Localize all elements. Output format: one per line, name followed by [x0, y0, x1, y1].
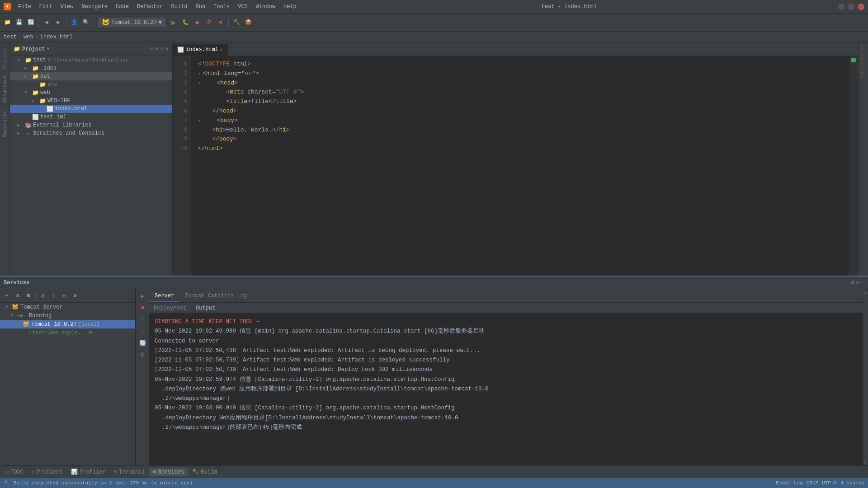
svc-side-run[interactable]: ▶	[138, 291, 148, 301]
project-tab[interactable]: Project	[1, 44, 9, 72]
favorites-tab-side[interactable]: Favorites	[1, 107, 9, 141]
tree-item-extlib[interactable]: ▶ 📚 External Libraries	[10, 121, 172, 129]
stop-button[interactable]: ■	[215, 17, 226, 28]
maximize-button[interactable]: □	[848, 4, 854, 10]
menu-view[interactable]: View	[57, 3, 77, 11]
svc-filter-btn[interactable]: ⊿	[38, 291, 47, 301]
svc-side-deploy[interactable]: ↑	[138, 314, 148, 324]
profile-run-button[interactable]: ⏱	[203, 17, 214, 28]
back-button[interactable]: ◀	[41, 17, 52, 28]
svc-run-btn[interactable]: ▶	[59, 291, 69, 301]
menu-navigate[interactable]: Navigate	[78, 3, 111, 11]
svc-expand-btn[interactable]: ⊞	[24, 291, 33, 301]
build-button[interactable]: 🔨	[231, 17, 242, 28]
sync-button[interactable]: 🔄	[25, 17, 36, 28]
locate-icon[interactable]: ⊕	[150, 46, 153, 52]
menu-tools[interactable]: Tools	[210, 3, 233, 11]
menu-vcs[interactable]: VCS	[234, 3, 251, 11]
tree-item-web[interactable]: ▼ 📁 web	[10, 89, 172, 97]
scroll-up-btn[interactable]: ▲	[863, 289, 868, 296]
settings-icon[interactable]: ⚙	[160, 46, 164, 52]
bottom-tab-todo[interactable]: ☑ TODO	[2, 468, 27, 476]
run-button[interactable]: ▶	[168, 17, 179, 28]
save-button[interactable]: 💾	[14, 17, 24, 28]
bottom-tab-terminal[interactable]: ⌨ Terminal	[110, 468, 149, 476]
close-panel-icon[interactable]: ✕	[165, 46, 169, 52]
svc-item-running[interactable]: ▼ ● ▶ Running	[0, 311, 135, 320]
tree-item-src[interactable]: 📁 src	[10, 80, 172, 89]
svc-side-delete[interactable]: 🗑	[138, 350, 148, 360]
breadcrumb-index[interactable]: index.html	[40, 34, 73, 40]
breadcrumb-test[interactable]: test	[4, 34, 17, 40]
svc-plus-btn[interactable]: ⊕	[70, 291, 80, 301]
tree-item-testiml[interactable]: ⬜ test.iml	[10, 113, 172, 121]
scroll-down-btn[interactable]: ▼	[863, 459, 868, 465]
tab-output[interactable]: Output	[191, 303, 220, 314]
menu-window[interactable]: Window	[252, 3, 279, 11]
debug-button[interactable]: 🐛	[180, 17, 191, 28]
bottom-tab-problems[interactable]: ⚠ Problems	[28, 468, 66, 476]
project-dropdown-icon[interactable]: ▼	[47, 47, 49, 52]
menu-edit[interactable]: Edit	[36, 3, 56, 11]
menu-file[interactable]: File	[14, 3, 35, 11]
tree-item-scratches[interactable]: ▶ ✏️ Scratches and Consoles	[10, 129, 172, 137]
tree-item-idea[interactable]: ▶ 📁 .idea	[10, 64, 172, 72]
bottom-tab-services[interactable]: ⚙ Services	[149, 468, 188, 476]
open-file-button[interactable]: 📁	[2, 17, 13, 28]
status-bar: 🔨 Build completed successfully in 2 sec,…	[0, 478, 868, 488]
close-button[interactable]: ✕	[858, 4, 864, 10]
output-area[interactable]: STARTING A TIME KEEP NET TOOL → 05-Nov-2…	[149, 314, 863, 465]
search-everywhere-button[interactable]: 🔍	[80, 17, 91, 28]
svc-tab-catalina[interactable]: Tomcat Catalina Log	[179, 291, 252, 302]
code-editor[interactable]: 1 2 3 4 5 6 7 8 9 10 <!DOCTYPE html> ▾<h…	[173, 56, 858, 276]
code-content[interactable]: <!DOCTYPE html> ▾<html lang="en"> ▾ <hea…	[191, 56, 849, 276]
coverage-button[interactable]: ◉	[192, 17, 203, 28]
menu-code[interactable]: Code	[112, 3, 132, 11]
menu-refactor[interactable]: Refactor	[133, 3, 167, 11]
breadcrumb-web[interactable]: web	[24, 34, 33, 40]
app-icon: ♦	[4, 3, 11, 10]
tree-label-src: src	[47, 81, 57, 88]
browser-icon-2[interactable]: ⬛	[860, 53, 867, 61]
line-ending-item[interactable]: CRLF	[807, 480, 818, 486]
svc-collapse-btn[interactable]: ≡	[13, 291, 23, 301]
tree-item-webinf[interactable]: ▶ 📁 WEB-INF	[10, 97, 172, 105]
settings-services-icon[interactable]: ⚙	[856, 279, 859, 286]
collapse-icon[interactable]: ≡	[155, 46, 158, 52]
menu-run[interactable]: Run	[192, 3, 209, 11]
run-config-selector[interactable]: 🐱 Tomcat 10.0.27 ▼	[98, 18, 165, 27]
event-log-item[interactable]: Event Log	[776, 480, 802, 486]
svc-item-tomcat-server[interactable]: ▼ 🐱 Tomcat Server	[0, 303, 135, 311]
svc-side-stop[interactable]: ■	[138, 303, 148, 313]
charset-item[interactable]: UTF-8	[822, 480, 837, 486]
tree-item-out[interactable]: ▶ 📁 out	[10, 72, 172, 80]
browser-icon-3[interactable]: ⬛	[860, 62, 867, 70]
browser-icon-4[interactable]: ⬛	[860, 71, 867, 79]
tab-indexhtml[interactable]: ⬜ index.html ✕	[173, 44, 228, 56]
minimize-button[interactable]: ─	[838, 4, 844, 10]
profile-button[interactable]: 👤	[69, 17, 80, 28]
tab-close-indexhtml[interactable]: ✕	[220, 47, 223, 52]
expand-services-icon[interactable]: ⊞	[851, 279, 854, 286]
menu-build[interactable]: Build	[167, 3, 191, 11]
output-line-3: Connected to server	[155, 337, 857, 346]
svc-sort-btn[interactable]: ↕	[48, 291, 58, 301]
forward-button[interactable]: ▶	[53, 17, 64, 28]
bottom-tab-build[interactable]: 🔨 Build	[189, 468, 221, 476]
structure-tab-side[interactable]: Structure	[1, 72, 9, 106]
svc-add-btn[interactable]: +	[2, 291, 12, 301]
svc-item-web-exploded[interactable]: ✓ test:Web explo... ⟳	[0, 328, 135, 337]
indent-item[interactable]: 4 spaces	[840, 480, 864, 486]
browser-icon-1[interactable]: ⬛	[860, 44, 867, 52]
close-services-icon[interactable]: ─	[861, 279, 864, 286]
svc-item-tomcat-version[interactable]: ▼ 🐱 Tomcat 10.0.27 [local]	[0, 320, 135, 328]
tree-item-test[interactable]: ▼ 📁 test C:\Users\Admin\Desktop\test	[10, 56, 172, 64]
tree-item-indexhtml[interactable]: ⬜ index.html	[10, 105, 172, 113]
deploy-button[interactable]: 📦	[243, 17, 254, 28]
svc-side-refresh[interactable]: 🔄	[138, 338, 148, 348]
svc-side-undeploy[interactable]: ↓	[138, 326, 148, 336]
tab-deployment[interactable]: Deployment	[149, 303, 191, 314]
svc-tab-server[interactable]: Server	[149, 291, 179, 302]
bottom-tab-profiler[interactable]: 📊 Profiler	[67, 468, 109, 476]
menu-help[interactable]: Help	[280, 3, 300, 11]
